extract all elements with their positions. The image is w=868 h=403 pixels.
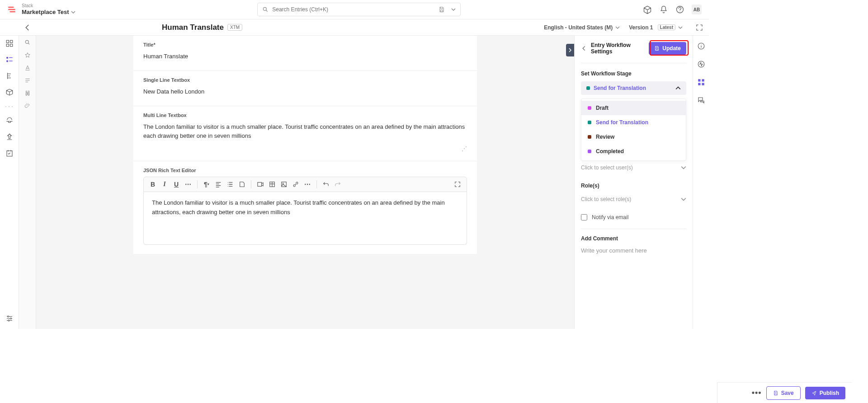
right-tool-rail	[693, 36, 709, 329]
undo-button[interactable]	[321, 180, 330, 189]
resize-handle-icon[interactable]: ⋰	[143, 145, 467, 152]
field-value[interactable]: New Data hello London	[143, 87, 467, 97]
text-field-icon[interactable]	[24, 65, 31, 71]
notify-checkbox[interactable]	[581, 214, 587, 220]
content-models-icon[interactable]	[5, 72, 14, 80]
svg-rect-2	[6, 40, 9, 42]
more-formatting-button[interactable]: ⋯	[184, 180, 193, 189]
list-button[interactable]	[226, 180, 235, 189]
svg-point-9	[7, 316, 9, 317]
link-button[interactable]	[291, 180, 300, 189]
stage-color-dot	[588, 121, 591, 124]
search-icon[interactable]	[24, 39, 31, 46]
svg-rect-21	[702, 79, 704, 81]
paragraph-button[interactable]: ¶▾	[202, 180, 211, 189]
settings-icon[interactable]	[5, 314, 14, 323]
svg-rect-3	[10, 40, 12, 42]
video-button[interactable]	[256, 180, 265, 189]
svg-point-17	[283, 183, 284, 184]
field-nav-sidebar: {T}	[19, 36, 36, 329]
stage-select[interactable]: Send for Translation	[581, 81, 686, 95]
update-button[interactable]: Update	[649, 42, 686, 55]
box-icon[interactable]	[643, 5, 652, 14]
insert-button[interactable]	[237, 180, 246, 189]
releases-icon[interactable]	[5, 117, 14, 125]
entry-meta: English - United States (M) Version 1 La…	[544, 23, 703, 32]
info-icon[interactable]	[697, 42, 705, 50]
back-arrow-icon[interactable]	[581, 45, 587, 52]
panel-header: Entry Workflow Settings Update	[581, 42, 686, 55]
roles-label: Role(s)	[581, 183, 686, 189]
activity-icon[interactable]	[697, 60, 705, 68]
roles-select[interactable]: Click to select role(s)	[581, 192, 686, 206]
panel-title: Entry Workflow Settings	[591, 42, 645, 55]
rte-content[interactable]: The London familiar to visitor is a much…	[143, 192, 467, 245]
chevron-down-icon[interactable]	[451, 7, 456, 12]
stage-item-send-for-translation[interactable]: Send for Translation	[581, 115, 686, 130]
form-scroll[interactable]: Title* Human Translate Single Line Textb…	[36, 36, 574, 329]
svg-point-12	[25, 40, 28, 43]
multiline-icon[interactable]	[24, 77, 31, 84]
redo-button[interactable]	[333, 180, 342, 189]
bell-icon[interactable]	[659, 5, 668, 14]
entry-title-area: Human Translate XTM	[162, 23, 242, 32]
notify-checkbox-row[interactable]: Notify via email	[581, 214, 686, 220]
locale-dropdown[interactable]: English - United States (M)	[544, 24, 620, 31]
svg-rect-14	[258, 183, 262, 187]
stage-item-completed[interactable]: Completed	[581, 144, 686, 159]
search-input[interactable]	[272, 6, 433, 13]
title-field[interactable]: Title* Human Translate	[133, 36, 477, 71]
top-right: AB	[643, 5, 702, 14]
field-value[interactable]: Human Translate	[143, 52, 467, 61]
fullscreen-icon[interactable]	[695, 23, 703, 32]
table-button[interactable]	[268, 180, 277, 189]
italic-button[interactable]: I	[160, 180, 169, 189]
star-icon[interactable]	[24, 52, 31, 58]
back-arrow-icon[interactable]	[24, 23, 32, 32]
field-label: Single Line Textbox	[143, 77, 467, 83]
single-line-field[interactable]: Single Line Textbox New Data hello Londo…	[133, 71, 477, 106]
comments-icon[interactable]	[697, 96, 705, 104]
stack-info[interactable]: Stack Marketplace Test	[22, 3, 75, 16]
top-header: Stack Marketplace Test AB	[0, 0, 709, 19]
rte-field: JSON Rich Text Editor B I U ⋯ ¶▾	[133, 161, 477, 254]
comment-input[interactable]: Write your comment here	[581, 245, 686, 256]
image-button[interactable]	[279, 180, 288, 189]
save-icon	[654, 46, 660, 51]
stack-label: Stack	[22, 3, 75, 9]
save-small-icon[interactable]	[439, 6, 445, 13]
rte-toolbar: B I U ⋯ ¶▾ ⋯	[143, 177, 467, 192]
user-avatar[interactable]: AB	[692, 5, 702, 14]
stage-item-review[interactable]: Review	[581, 130, 686, 144]
stack-name: Marketplace Test	[22, 9, 75, 16]
version-dropdown[interactable]: Version 1 Latest	[629, 24, 683, 31]
attachment-icon[interactable]	[24, 103, 31, 109]
align-button[interactable]	[214, 180, 223, 189]
underline-button[interactable]: U	[172, 180, 181, 189]
assets-icon[interactable]	[5, 88, 14, 96]
form-body: Title* Human Translate Single Line Textb…	[133, 36, 477, 254]
stage-item-draft[interactable]: Draft	[581, 101, 686, 115]
entry-header: Human Translate XTM English - United Sta…	[0, 19, 709, 36]
chevron-down-icon	[615, 25, 620, 30]
field-label: JSON Rich Text Editor	[143, 168, 467, 173]
fullscreen-rte-button[interactable]	[453, 180, 462, 189]
publish-queue-icon[interactable]	[5, 133, 14, 141]
field-value[interactable]: The London familiar to visitor is a much…	[143, 122, 467, 141]
rte-icon[interactable]: {T}	[24, 90, 31, 96]
help-icon[interactable]	[675, 5, 684, 14]
panel-collapse-tab[interactable]	[566, 44, 574, 56]
multi-line-field[interactable]: Multi Line Textbox The London familiar t…	[133, 106, 477, 162]
widgets-icon[interactable]	[697, 78, 705, 86]
more-insert-button[interactable]: ⋯	[303, 180, 312, 189]
toolbar-separator	[316, 180, 317, 188]
tasks-icon[interactable]	[5, 149, 14, 157]
search-box[interactable]	[257, 3, 461, 16]
bold-button[interactable]: B	[148, 180, 157, 189]
dashboard-icon[interactable]	[5, 39, 14, 47]
users-select[interactable]: Click to select user(s)	[581, 161, 686, 174]
entries-icon[interactable]	[5, 56, 14, 64]
toolbar-separator	[197, 180, 198, 188]
workflow-panel: Entry Workflow Settings Update Set Workf…	[575, 36, 693, 329]
stage-color-dot	[588, 135, 591, 139]
